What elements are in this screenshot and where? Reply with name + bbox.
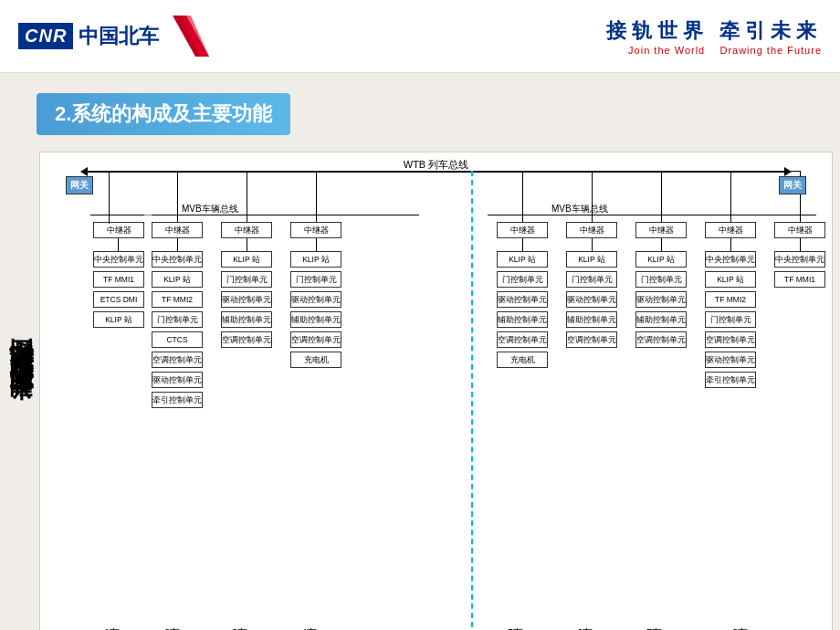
car5-drive: 驱动控制单元 xyxy=(497,291,548,308)
car8a-vtop xyxy=(730,171,731,216)
car8-door: 门控制单元 xyxy=(705,311,756,328)
car1-ccu: 中央控制单元 xyxy=(93,251,144,268)
car3-repeater: 中继器 xyxy=(221,222,272,238)
car5-aux: 辅助控制单元 xyxy=(497,311,548,328)
car2-ctcs: CTCS xyxy=(152,331,203,348)
car7-repeater: 中继器 xyxy=(635,222,687,238)
car4-door: 门控制单元 xyxy=(290,271,341,288)
car6-drive: 驱动控制单元 xyxy=(566,291,617,308)
car5-repeater: 中继器 xyxy=(497,222,548,238)
hline-3-4 xyxy=(247,171,316,172)
mvb-line-left xyxy=(90,215,419,215)
car6-label: 6车 xyxy=(577,626,593,630)
car1-label: 1车 xyxy=(104,626,120,630)
hline-1-2 xyxy=(109,171,177,172)
logo-right: 接轨世界 牵引未来 Join the World Drawing the Fut… xyxy=(606,17,822,56)
hline-4-5 xyxy=(316,171,471,172)
mvb-conn-1-2 xyxy=(144,215,152,215)
car8-tfmmi2: TF MMI2 xyxy=(705,291,756,308)
hline-5-6 xyxy=(522,171,592,172)
gateway-left: 网关 xyxy=(66,176,93,194)
car3-v1 xyxy=(247,238,247,251)
wtb-label: WTB 列车总线 xyxy=(404,158,469,172)
car1-tfmmi1: TF MMI1 xyxy=(93,271,144,288)
car8-drive: 驱动控制单元 xyxy=(705,352,756,368)
car4-label: 4车 xyxy=(301,626,317,630)
car1-vtop-line xyxy=(109,171,110,216)
hline-7-8 xyxy=(661,171,730,172)
vertical-diagram-label: 半列车网络控制系统拓扑图 xyxy=(0,148,39,630)
car2-ccu: 中央控制单元 xyxy=(152,251,203,268)
mvb-line-right xyxy=(488,215,816,215)
car6-ac: 空调控制单元 xyxy=(566,331,617,348)
car3-drive: 驱动控制单元 xyxy=(221,291,272,308)
car4-repeater: 中继器 xyxy=(290,222,341,238)
logo-left: CNR 中国北车 xyxy=(18,16,209,57)
car4-v1 xyxy=(316,238,317,251)
car8-v1 xyxy=(730,238,731,251)
header: CNR 中国北车 接轨世界 牵引未来 Join the World Drawin… xyxy=(0,0,840,73)
car7-vtop xyxy=(661,171,662,216)
car4-ac: 空调控制单元 xyxy=(290,331,341,348)
car1-repeater: 中继器 xyxy=(93,222,144,238)
car7-v1 xyxy=(661,238,662,251)
car2-ac: 空调控制单元 xyxy=(152,352,203,368)
car7-ac: 空调控制单元 xyxy=(635,331,687,348)
hline-2-3 xyxy=(177,171,247,172)
car8-ac: 空调控制单元 xyxy=(705,331,756,348)
car6-klip: KLIP 站 xyxy=(566,251,617,268)
car8b-v1 xyxy=(800,238,801,251)
car6-aux: 辅助控制单元 xyxy=(566,311,617,328)
cnr-logo-box: CNR 中国北车 xyxy=(18,23,159,50)
car1-etcs: ETCS DMI xyxy=(93,291,144,308)
company-name: 中国北车 xyxy=(79,23,159,50)
car8b-ccu: 中央控制单元 xyxy=(774,251,825,268)
car6-repeater: 中继器 xyxy=(566,222,617,238)
car4-drive: 驱动控制单元 xyxy=(290,291,341,308)
car5-klip: KLIP 站 xyxy=(497,251,548,268)
chinese-slogan: 接轨世界 牵引未来 xyxy=(606,17,822,45)
car2-tfmmi2: TF MMI2 xyxy=(152,291,203,308)
main-content: 半列车网络控制系统拓扑图 WTB 列车总线 网关 网关 MVB车辆总线 MVB车… xyxy=(0,148,840,630)
car8b-repeater: 中继器 xyxy=(774,222,825,238)
car6-v1 xyxy=(592,238,593,251)
car1-vdown xyxy=(109,215,110,224)
car1-klip: KLIP 站 xyxy=(93,311,144,328)
car5-v1 xyxy=(522,238,523,251)
car4-aux: 辅助控制单元 xyxy=(290,311,341,328)
car4-klip: KLIP 站 xyxy=(290,251,341,268)
car8-repeater: 中继器 xyxy=(705,222,756,238)
car5-label: 5车 xyxy=(508,626,523,630)
car2-drive: 驱动控制单元 xyxy=(152,372,203,388)
car4-charger: 充电机 xyxy=(290,352,341,368)
car3-aux: 辅助控制单元 xyxy=(221,311,272,328)
car3-vtop xyxy=(247,171,247,216)
car7-door: 门控制单元 xyxy=(635,271,687,288)
mvb-label-right: MVB车辆总线 xyxy=(551,203,608,215)
car7-aux: 辅助控制单元 xyxy=(635,311,687,328)
car8-traction: 牵引控制单元 xyxy=(705,372,756,388)
car2-klip: KLIP 站 xyxy=(152,271,203,288)
car5-ac: 空调控制单元 xyxy=(497,331,548,348)
section-title-bar: 2.系统的构成及主要功能 xyxy=(37,93,290,135)
car2-label: 2车 xyxy=(164,626,180,630)
car2-traction: 牵引控制单元 xyxy=(152,392,203,408)
car1-v1 xyxy=(118,238,119,251)
car3-label: 3车 xyxy=(232,626,247,630)
car8b-tfmmi1: TF MMI1 xyxy=(774,271,825,288)
hline-6-7 xyxy=(592,171,661,172)
car4-vtop xyxy=(316,171,317,216)
car5-vtop xyxy=(522,171,523,216)
car5-charger: 充电机 xyxy=(497,352,548,368)
diagram-area: WTB 列车总线 网关 网关 MVB车辆总线 MVB车辆总线 中继器 中央控制单… xyxy=(39,152,833,630)
car2-door: 门控制单元 xyxy=(152,311,203,328)
car2-repeater: 中继器 xyxy=(152,222,203,238)
car7-drive: 驱动控制单元 xyxy=(635,291,687,308)
car7-klip: KLIP 站 xyxy=(635,251,687,268)
car6-door: 门控制单元 xyxy=(566,271,617,288)
car7-label: 7车 xyxy=(646,626,662,630)
car8-klip: KLIP 站 xyxy=(705,271,756,288)
car8-ccu: 中央控制单元 xyxy=(705,251,756,268)
car6-vtop xyxy=(592,171,593,216)
cnr-text: CNR xyxy=(18,23,73,49)
